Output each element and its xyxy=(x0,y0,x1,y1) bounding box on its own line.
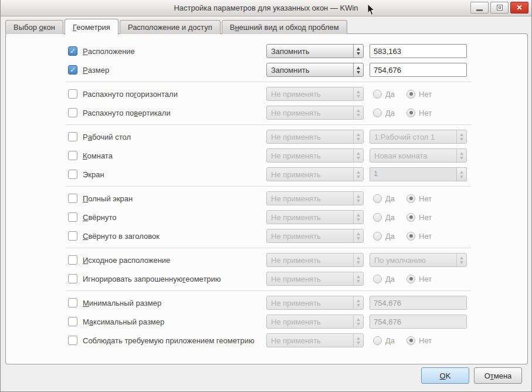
policy-select-ignore-requested-geometry: Не применять xyxy=(266,272,364,286)
spinner-arrows-icon xyxy=(353,130,363,143)
minimize-button[interactable] xyxy=(470,2,489,13)
radio-yes xyxy=(373,275,382,283)
spinner-arrows-icon[interactable] xyxy=(353,45,363,58)
spinner-arrows-icon xyxy=(353,334,363,347)
close-button[interactable]: ✕ xyxy=(510,2,528,13)
policy-select-fullscreen: Не применять xyxy=(266,191,364,205)
row-fullscreen: Полный экран Не применять Да Нет xyxy=(6,189,527,208)
label-initial-placement: Исходное расположение xyxy=(83,251,170,269)
spinner-arrows-icon xyxy=(353,168,363,181)
spinner-arrows-icon xyxy=(456,168,466,181)
row-position: Расположение Запомнить xyxy=(6,42,527,60)
row-maximized-horizontally: Распахнуто по горизонтали Не применять Д… xyxy=(6,85,527,103)
checkbox-minimized[interactable] xyxy=(68,212,77,222)
policy-select-maximized-vertically: Не применять xyxy=(266,106,364,120)
ok-button[interactable]: OK xyxy=(421,367,469,384)
row-ignore-requested-geometry: Игнорировать запрошенную геометрию Не пр… xyxy=(6,269,527,288)
policy-select-obey-geometry-restrictions: Не применять xyxy=(266,333,364,347)
yes-no-radio-group: Да Нет xyxy=(373,331,443,350)
checkbox-maximized-vertically[interactable] xyxy=(68,108,77,117)
checkbox-ignore-requested-geometry[interactable] xyxy=(68,274,77,283)
row-obey-geometry-restrictions: Соблюдать требуемую приложением геометри… xyxy=(6,331,527,350)
radio-no xyxy=(406,336,415,345)
position-value-input[interactable] xyxy=(370,44,467,58)
mouse-cursor-icon xyxy=(367,4,375,18)
radio-yes xyxy=(373,213,382,222)
radio-no xyxy=(406,194,415,203)
spinner-arrows-icon xyxy=(353,315,363,328)
spinner-arrows-icon xyxy=(353,106,363,119)
checkbox-position[interactable] xyxy=(68,46,77,56)
checkbox-obey-geometry-restrictions[interactable] xyxy=(68,336,77,345)
maximum-size-input xyxy=(370,315,467,329)
cancel-button[interactable]: Отмена xyxy=(474,367,522,384)
checkbox-shaded[interactable] xyxy=(68,231,77,241)
checkbox-maximum-size[interactable] xyxy=(68,317,77,326)
row-size: Размер Запомнить xyxy=(6,60,527,79)
radio-no xyxy=(406,213,415,222)
label-maximized-vertically: Распахнуто по вертикали xyxy=(83,103,171,122)
policy-select-size[interactable]: Запомнить xyxy=(266,63,364,77)
radio-no xyxy=(406,232,415,241)
yes-no-radio-group: Да Нет xyxy=(373,208,443,227)
dialog-button-bar: OK Отмена xyxy=(421,367,522,384)
label-obey-geometry-restrictions: Соблюдать требуемую приложением геометри… xyxy=(83,331,255,350)
tab-window-matching[interactable]: Выбор окон xyxy=(5,20,63,34)
tab-geometry[interactable]: Геометрия xyxy=(65,19,118,35)
label-activity: Комната xyxy=(83,146,113,165)
spinner-arrows-icon[interactable] xyxy=(353,63,363,76)
titlebar[interactable]: Настройка параметров для указанных окон … xyxy=(1,0,531,16)
yes-no-radio-group: Да Нет xyxy=(373,227,443,245)
tab-arrangement-access[interactable]: Расположение и доступ xyxy=(120,20,221,34)
policy-select-initial-placement: Не применять xyxy=(266,253,364,267)
maximize-button[interactable] xyxy=(490,2,509,13)
screen-number-spinbox: 1 xyxy=(370,167,467,181)
tab-appearance-workarounds[interactable]: Внешний вид и обход проблем xyxy=(222,20,347,34)
size-value-input[interactable] xyxy=(370,63,467,77)
checkbox-screen[interactable] xyxy=(68,170,77,179)
policy-select-minimized: Не применять xyxy=(266,210,364,224)
policy-select-activity: Не применять xyxy=(266,148,364,163)
yes-no-radio-group: Да Нет xyxy=(373,85,443,103)
policy-select-maximized-horizontally: Не применять xyxy=(266,87,364,101)
group-separator xyxy=(66,186,471,187)
spinner-arrows-icon xyxy=(353,254,363,266)
group-separator xyxy=(66,124,471,125)
label-shaded: Свёрнуто в заголовок xyxy=(83,227,160,245)
label-screen: Экран xyxy=(83,165,104,184)
radio-no xyxy=(406,90,415,99)
checkbox-fullscreen[interactable] xyxy=(68,194,77,203)
checkbox-minimum-size[interactable] xyxy=(68,298,77,307)
label-maximized-horizontally: Распахнуто по горизонтали xyxy=(83,85,178,103)
yes-no-radio-group: Да Нет xyxy=(373,103,443,122)
group-separator xyxy=(66,290,471,291)
row-initial-placement: Исходное расположение Не применять По ум… xyxy=(6,251,527,269)
label-minimum-size: Минимальный размер xyxy=(83,293,161,312)
spinner-arrows-icon xyxy=(353,296,363,309)
row-screen: Экран Не применять 1 xyxy=(6,165,527,184)
policy-select-position[interactable]: Запомнить xyxy=(266,44,364,58)
spinner-arrows-icon xyxy=(353,87,363,100)
minimum-size-input xyxy=(370,296,467,310)
spinner-arrows-icon xyxy=(353,211,363,224)
placement-value-select: По умолчанию xyxy=(370,253,467,267)
checkbox-activity[interactable] xyxy=(68,151,77,160)
spinner-arrows-icon xyxy=(456,130,466,143)
policy-select-screen: Не применять xyxy=(266,167,364,181)
checkbox-desktop[interactable] xyxy=(68,132,77,141)
row-minimized: Свёрнуто Не применять Да Нет xyxy=(6,208,527,227)
minimize-icon xyxy=(476,9,483,11)
label-ignore-requested-geometry: Игнорировать запрошенную геометрию xyxy=(83,269,221,288)
checkbox-size[interactable] xyxy=(68,65,77,75)
yes-no-radio-group: Да Нет xyxy=(373,269,443,288)
row-activity: Комната Не применять Новая комната xyxy=(6,146,527,165)
label-position: Расположение xyxy=(83,42,135,60)
label-desktop: Рабочий стол xyxy=(83,127,131,146)
label-minimized: Свёрнуто xyxy=(83,208,116,227)
checkbox-initial-placement[interactable] xyxy=(68,255,77,265)
checkbox-maximized-horizontally[interactable] xyxy=(68,89,77,99)
row-desktop: Рабочий стол Не применять 1:Рабочий стол… xyxy=(6,127,527,146)
label-maximum-size: Максимальный размер xyxy=(83,312,164,331)
radio-yes xyxy=(373,336,382,345)
row-maximum-size: Максимальный размер Не применять xyxy=(6,312,527,331)
